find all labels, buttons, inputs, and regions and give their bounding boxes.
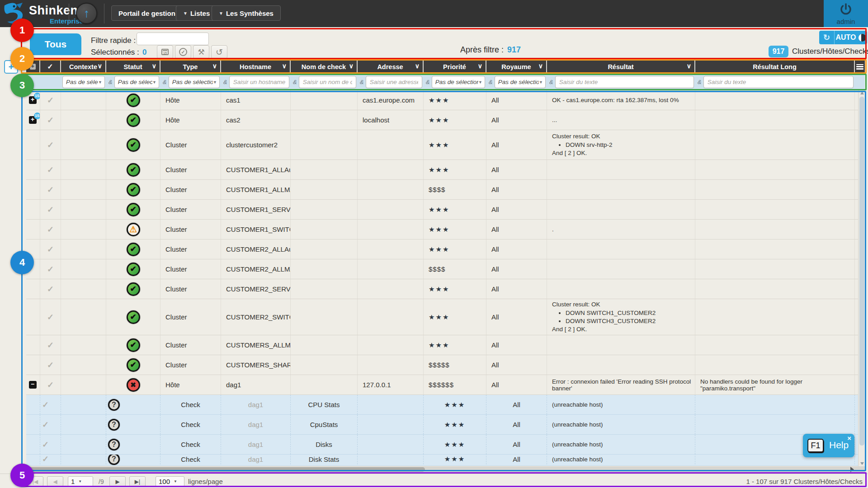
table-row[interactable]: ✓✔ClusterCUSTOMERS_ALLMANU★★★All	[26, 335, 865, 355]
row-select-check-icon[interactable]: ✓	[47, 225, 54, 235]
table-row[interactable]: ✓?Checkdag1CpuStats★★★All(unreachable ho…	[26, 415, 865, 435]
row-select-check-icon[interactable]: ✓	[47, 95, 54, 105]
filter-royaume-select[interactable]: Pas de sélection▼	[495, 76, 546, 88]
cell-select[interactable]: ✓	[40, 220, 61, 239]
tous-tab[interactable]: Tous	[30, 33, 81, 55]
cell-select[interactable]: ✓	[40, 200, 61, 219]
collapse-row-button[interactable]: −	[29, 381, 37, 389]
table-row[interactable]: ✓?Checkdag1CPU Stats★★★All(unreachable h…	[26, 395, 865, 415]
column-header-contexte[interactable]: Contexte∨	[61, 60, 106, 74]
cell-select[interactable]: ✓	[40, 375, 61, 394]
admin-menu[interactable]: admin	[824, 0, 868, 27]
vertical-scrollbar[interactable]	[858, 90, 865, 466]
filter-priorite-select[interactable]: Pas de sélection▼	[432, 76, 485, 88]
cell-select[interactable]: ✓	[40, 239, 61, 259]
vertical-scrollbar-thumb[interactable]	[859, 97, 864, 446]
column-header-statut[interactable]: Statut∨	[106, 60, 160, 74]
expand-row-button[interactable]: +15	[29, 96, 37, 104]
cell-select[interactable]: ✓	[40, 279, 61, 299]
last-page-button[interactable]: ▶|	[129, 476, 146, 487]
filter-statut-select[interactable]: Pas de sélection▼	[114, 76, 159, 88]
calendar-button[interactable]: 15	[157, 45, 173, 59]
cell-select[interactable]: ✓	[40, 130, 61, 160]
cell-select[interactable]: ✓	[40, 335, 61, 355]
cell-select[interactable]: ✓	[40, 299, 61, 335]
table-row[interactable]: ✓✔ClusterCUSTOMER1_ALLMANU$$$$All	[26, 180, 865, 200]
filter-hostname-input[interactable]	[229, 76, 289, 88]
first-page-button[interactable]: |◀	[27, 476, 43, 487]
filter-resultat-input[interactable]	[555, 76, 694, 88]
sort-chevron-icon[interactable]: ∨	[282, 62, 287, 70]
table-row[interactable]: −✓✖Hôtedag1127.0.0.1$$$$$$AllError : con…	[26, 375, 865, 395]
cell-select[interactable]: ✓	[40, 180, 61, 199]
row-select-check-icon[interactable]: ✓	[47, 140, 54, 150]
table-row[interactable]: ✓✔ClusterCUSTOMER2_SWITCH★★★AllCluster r…	[26, 299, 865, 335]
scroll-right-icon[interactable]	[850, 467, 854, 472]
next-page-button[interactable]: ▶	[109, 476, 126, 487]
menu-les-syntheses[interactable]: ▼Les Synthèses	[212, 5, 281, 21]
acknowledge-button[interactable]: ✓	[175, 45, 191, 59]
row-select-check-icon[interactable]: ✓	[42, 420, 49, 430]
column-header-hostname[interactable]: Hostname∨	[221, 60, 291, 74]
scroll-up-icon[interactable]	[860, 92, 864, 94]
cell-select[interactable]: ✓	[40, 395, 61, 414]
scroll-top-button[interactable]: ↑	[76, 3, 97, 24]
page-select[interactable]: 1▼	[68, 476, 93, 487]
help-widget[interactable]: F1 Help ×	[803, 434, 854, 457]
per-page-select[interactable]: 100▼	[156, 476, 184, 487]
sort-chevron-icon[interactable]: ∨	[98, 62, 102, 70]
column-header-type[interactable]: Type∨	[160, 60, 221, 74]
horizontal-scrollbar-thumb[interactable]	[27, 467, 425, 472]
filter-adresse-input[interactable]	[366, 76, 422, 88]
table-row[interactable]: ✓✔ClusterCUSTOMER2_ALLAuto★★★All	[26, 239, 865, 259]
row-select-check-icon[interactable]: ✓	[47, 360, 54, 370]
cell-select[interactable]: ✓	[40, 455, 61, 466]
sort-chevron-icon[interactable]: ∨	[152, 62, 156, 70]
prev-page-button[interactable]: ◀	[47, 476, 63, 487]
row-select-check-icon[interactable]: ✓	[47, 340, 54, 350]
row-select-check-icon[interactable]: ✓	[42, 400, 49, 410]
sort-chevron-icon[interactable]: ∨	[478, 62, 482, 70]
filter-check-input[interactable]	[299, 76, 356, 88]
cell-select[interactable]: ✓	[40, 259, 61, 279]
sort-chevron-icon[interactable]: ∨	[349, 62, 354, 70]
filter-resultat_long-input[interactable]	[703, 76, 854, 88]
sort-chevron-icon[interactable]: ∨	[538, 62, 543, 70]
table-row[interactable]: +15✓✔Hôtecas2localhost★★★All...	[26, 110, 865, 130]
table-row[interactable]: ✓⚠ClusterCUSTOMER1_SWITCH★★★All.	[26, 220, 865, 239]
row-select-check-icon[interactable]: ✓	[42, 440, 49, 450]
column-header-check[interactable]: Nom de check∨	[291, 60, 358, 74]
table-row[interactable]: ✓✔ClusterCUSTOMER1_SERVERS★★★All	[26, 200, 865, 220]
refresh-button[interactable]: ↻	[819, 31, 835, 44]
auto-refresh-toggle[interactable]: AUTO	[835, 31, 867, 44]
cell-select[interactable]: ✓	[40, 355, 61, 375]
row-select-check-icon[interactable]: ✓	[47, 312, 54, 322]
row-select-check-icon[interactable]: ✓	[47, 244, 54, 254]
table-row[interactable]: ✓✔ClusterCUSTOMER2_SERVERS★★★All	[26, 279, 865, 299]
filter-contexte-select[interactable]: Pas de sélection▼	[62, 76, 105, 88]
cell-select[interactable]: ✓	[40, 90, 61, 110]
table-row[interactable]: ✓✔Clusterclustercustomer2★★★AllCluster r…	[26, 130, 865, 160]
sort-chevron-icon[interactable]: ∨	[212, 62, 217, 70]
column-header-priorite[interactable]: Priorité∨	[424, 60, 486, 74]
column-header-royaume[interactable]: Royaume∨	[486, 60, 547, 74]
table-row[interactable]: +15✓✔Hôtecas1cas1.europe.com★★★AllOK - c…	[26, 90, 865, 110]
cell-select[interactable]: ✓	[40, 415, 61, 434]
row-select-check-icon[interactable]: ✓	[47, 380, 54, 390]
cell-select[interactable]: ✓	[40, 160, 61, 179]
column-menu-icon[interactable]	[856, 64, 863, 70]
row-select-check-icon[interactable]: ✓	[47, 165, 54, 175]
expand-all-icon[interactable]	[30, 64, 36, 70]
column-header-resultat_long[interactable]: Résultat Long	[695, 60, 855, 74]
close-icon[interactable]: ×	[847, 434, 851, 442]
table-row[interactable]: ✓✔ClusterCUSTOMER1_ALLAuto★★★All	[26, 160, 865, 180]
cell-select[interactable]: ✓	[40, 110, 61, 130]
expand-row-button[interactable]: +15	[29, 116, 37, 124]
column-header-menu[interactable]	[855, 60, 865, 74]
row-select-check-icon[interactable]: ✓	[47, 115, 54, 125]
scroll-down-icon[interactable]	[860, 462, 864, 465]
undo-button[interactable]: ↺	[211, 45, 227, 59]
filter-type-select[interactable]: Pas de sélection▼	[169, 76, 220, 88]
table-row[interactable]: ✓✔ClusterCUSTOMER2_ALLMANU$$$$All	[26, 259, 865, 279]
tools-button[interactable]: ⚒	[193, 45, 209, 59]
